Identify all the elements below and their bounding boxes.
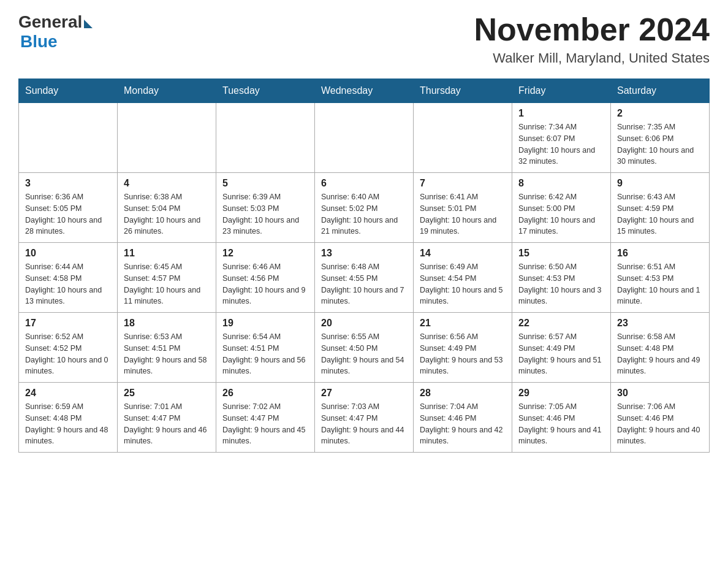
day-info: Sunrise: 7:34 AM Sunset: 6:07 PM Dayligh… <box>518 121 604 167</box>
calendar-cell: 7Sunrise: 6:41 AM Sunset: 5:01 PM Daylig… <box>414 173 512 243</box>
day-info: Sunrise: 7:03 AM Sunset: 4:47 PM Dayligh… <box>321 401 407 447</box>
calendar-cell: 10Sunrise: 6:44 AM Sunset: 4:58 PM Dayli… <box>19 243 118 313</box>
day-number: 23 <box>617 318 703 329</box>
day-info: Sunrise: 6:51 AM Sunset: 4:53 PM Dayligh… <box>617 261 703 307</box>
column-header-friday: Friday <box>512 79 611 103</box>
day-info: Sunrise: 6:43 AM Sunset: 4:59 PM Dayligh… <box>617 191 703 237</box>
column-header-wednesday: Wednesday <box>315 79 414 103</box>
week-row-5: 24Sunrise: 6:59 AM Sunset: 4:48 PM Dayli… <box>19 383 710 453</box>
day-number: 18 <box>124 318 210 329</box>
day-number: 28 <box>420 388 506 399</box>
calendar-cell: 5Sunrise: 6:39 AM Sunset: 5:03 PM Daylig… <box>216 173 315 243</box>
calendar-cell: 17Sunrise: 6:52 AM Sunset: 4:52 PM Dayli… <box>19 313 118 383</box>
calendar-cell <box>315 103 414 173</box>
calendar-cell: 15Sunrise: 6:50 AM Sunset: 4:53 PM Dayli… <box>512 243 611 313</box>
day-info: Sunrise: 6:42 AM Sunset: 5:00 PM Dayligh… <box>518 191 604 237</box>
calendar-cell: 24Sunrise: 6:59 AM Sunset: 4:48 PM Dayli… <box>19 383 118 453</box>
calendar-cell <box>414 103 512 173</box>
day-number: 11 <box>124 248 210 259</box>
calendar-cell: 23Sunrise: 6:58 AM Sunset: 4:48 PM Dayli… <box>611 313 710 383</box>
calendar-cell: 18Sunrise: 6:53 AM Sunset: 4:51 PM Dayli… <box>118 313 216 383</box>
day-info: Sunrise: 6:48 AM Sunset: 4:55 PM Dayligh… <box>321 261 407 307</box>
week-row-2: 3Sunrise: 6:36 AM Sunset: 5:05 PM Daylig… <box>19 173 710 243</box>
day-number: 19 <box>222 318 308 329</box>
calendar-cell: 29Sunrise: 7:05 AM Sunset: 4:46 PM Dayli… <box>512 383 611 453</box>
calendar-cell: 4Sunrise: 6:38 AM Sunset: 5:04 PM Daylig… <box>118 173 216 243</box>
day-info: Sunrise: 6:49 AM Sunset: 4:54 PM Dayligh… <box>420 261 506 307</box>
month-year-title: November 2024 <box>474 12 710 47</box>
calendar-cell: 13Sunrise: 6:48 AM Sunset: 4:55 PM Dayli… <box>315 243 414 313</box>
day-number: 22 <box>518 318 604 329</box>
day-number: 29 <box>518 388 604 399</box>
day-info: Sunrise: 6:41 AM Sunset: 5:01 PM Dayligh… <box>420 191 506 237</box>
calendar-cell: 20Sunrise: 6:55 AM Sunset: 4:50 PM Dayli… <box>315 313 414 383</box>
location-subtitle: Walker Mill, Maryland, United States <box>474 50 710 66</box>
calendar-cell: 19Sunrise: 6:54 AM Sunset: 4:51 PM Dayli… <box>216 313 315 383</box>
day-info: Sunrise: 6:40 AM Sunset: 5:02 PM Dayligh… <box>321 191 407 237</box>
day-info: Sunrise: 6:53 AM Sunset: 4:51 PM Dayligh… <box>124 331 210 377</box>
calendar-cell: 2Sunrise: 7:35 AM Sunset: 6:06 PM Daylig… <box>611 103 710 173</box>
day-number: 25 <box>124 388 210 399</box>
day-number: 13 <box>321 248 407 259</box>
column-header-thursday: Thursday <box>414 79 512 103</box>
column-header-saturday: Saturday <box>611 79 710 103</box>
day-number: 9 <box>617 178 703 189</box>
week-row-1: 1Sunrise: 7:34 AM Sunset: 6:07 PM Daylig… <box>19 103 710 173</box>
day-info: Sunrise: 6:39 AM Sunset: 5:03 PM Dayligh… <box>222 191 308 237</box>
calendar-cell: 1Sunrise: 7:34 AM Sunset: 6:07 PM Daylig… <box>512 103 611 173</box>
column-header-monday: Monday <box>118 79 216 103</box>
calendar-cell: 12Sunrise: 6:46 AM Sunset: 4:56 PM Dayli… <box>216 243 315 313</box>
day-info: Sunrise: 6:50 AM Sunset: 4:53 PM Dayligh… <box>518 261 604 307</box>
calendar-cell <box>216 103 315 173</box>
day-info: Sunrise: 7:02 AM Sunset: 4:47 PM Dayligh… <box>222 401 308 447</box>
day-number: 12 <box>222 248 308 259</box>
day-number: 15 <box>518 248 604 259</box>
column-header-tuesday: Tuesday <box>216 79 315 103</box>
calendar-cell: 30Sunrise: 7:06 AM Sunset: 4:46 PM Dayli… <box>611 383 710 453</box>
day-info: Sunrise: 6:36 AM Sunset: 5:05 PM Dayligh… <box>25 191 111 237</box>
calendar-table: SundayMondayTuesdayWednesdayThursdayFrid… <box>18 79 710 453</box>
logo-arrow-icon <box>84 20 93 28</box>
day-info: Sunrise: 7:06 AM Sunset: 4:46 PM Dayligh… <box>617 401 703 447</box>
day-info: Sunrise: 7:04 AM Sunset: 4:46 PM Dayligh… <box>420 401 506 447</box>
day-number: 14 <box>420 248 506 259</box>
day-info: Sunrise: 6:38 AM Sunset: 5:04 PM Dayligh… <box>124 191 210 237</box>
day-number: 26 <box>222 388 308 399</box>
calendar-cell: 21Sunrise: 6:56 AM Sunset: 4:49 PM Dayli… <box>414 313 512 383</box>
calendar-cell: 9Sunrise: 6:43 AM Sunset: 4:59 PM Daylig… <box>611 173 710 243</box>
calendar-cell: 27Sunrise: 7:03 AM Sunset: 4:47 PM Dayli… <box>315 383 414 453</box>
logo-general-text: General <box>18 12 82 32</box>
calendar-cell: 25Sunrise: 7:01 AM Sunset: 4:47 PM Dayli… <box>118 383 216 453</box>
title-section: November 2024 Walker Mill, Maryland, Uni… <box>474 12 710 66</box>
day-info: Sunrise: 6:55 AM Sunset: 4:50 PM Dayligh… <box>321 331 407 377</box>
calendar-cell <box>118 103 216 173</box>
day-number: 5 <box>222 178 308 189</box>
day-info: Sunrise: 7:05 AM Sunset: 4:46 PM Dayligh… <box>518 401 604 447</box>
logo: General Blue <box>18 12 93 52</box>
week-row-4: 17Sunrise: 6:52 AM Sunset: 4:52 PM Dayli… <box>19 313 710 383</box>
day-number: 2 <box>617 108 703 119</box>
day-info: Sunrise: 6:56 AM Sunset: 4:49 PM Dayligh… <box>420 331 506 377</box>
day-info: Sunrise: 6:58 AM Sunset: 4:48 PM Dayligh… <box>617 331 703 377</box>
calendar-cell: 11Sunrise: 6:45 AM Sunset: 4:57 PM Dayli… <box>118 243 216 313</box>
week-row-3: 10Sunrise: 6:44 AM Sunset: 4:58 PM Dayli… <box>19 243 710 313</box>
calendar-cell: 14Sunrise: 6:49 AM Sunset: 4:54 PM Dayli… <box>414 243 512 313</box>
calendar-cell <box>19 103 118 173</box>
day-number: 30 <box>617 388 703 399</box>
column-header-sunday: Sunday <box>19 79 118 103</box>
day-info: Sunrise: 6:45 AM Sunset: 4:57 PM Dayligh… <box>124 261 210 307</box>
day-number: 16 <box>617 248 703 259</box>
page-header: General Blue November 2024 Walker Mill, … <box>18 12 710 66</box>
day-number: 21 <box>420 318 506 329</box>
day-number: 7 <box>420 178 506 189</box>
calendar-cell: 16Sunrise: 6:51 AM Sunset: 4:53 PM Dayli… <box>611 243 710 313</box>
day-info: Sunrise: 7:01 AM Sunset: 4:47 PM Dayligh… <box>124 401 210 447</box>
calendar-header-row: SundayMondayTuesdayWednesdayThursdayFrid… <box>19 79 710 103</box>
calendar-cell: 28Sunrise: 7:04 AM Sunset: 4:46 PM Dayli… <box>414 383 512 453</box>
day-number: 8 <box>518 178 604 189</box>
calendar-cell: 26Sunrise: 7:02 AM Sunset: 4:47 PM Dayli… <box>216 383 315 453</box>
day-info: Sunrise: 6:59 AM Sunset: 4:48 PM Dayligh… <box>25 401 111 447</box>
day-info: Sunrise: 6:44 AM Sunset: 4:58 PM Dayligh… <box>25 261 111 307</box>
day-number: 17 <box>25 318 111 329</box>
day-number: 20 <box>321 318 407 329</box>
